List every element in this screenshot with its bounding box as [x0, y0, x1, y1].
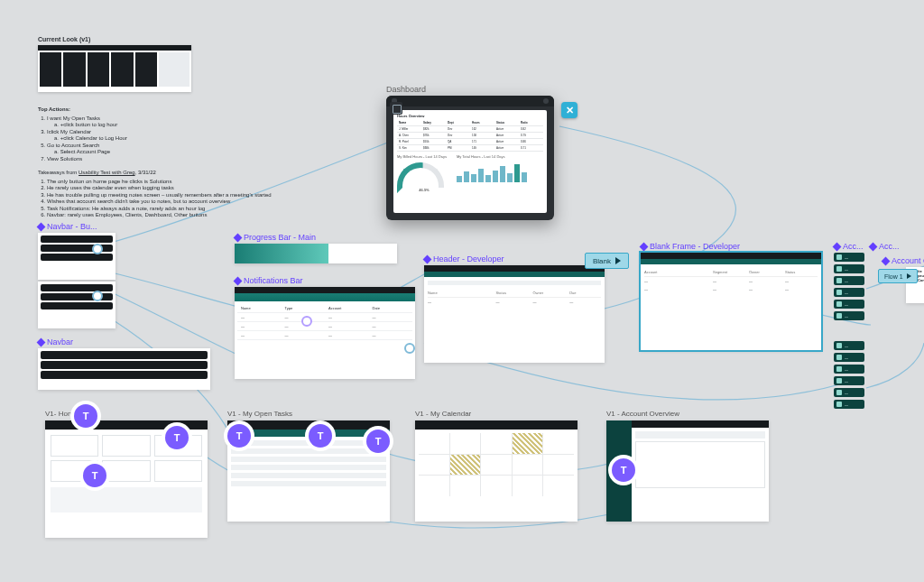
- top-actions-heading: Top Actions:: [38, 106, 236, 114]
- connection-node[interactable]: [404, 343, 415, 354]
- play-icon: [615, 257, 621, 264]
- blank-play-pill[interactable]: Blank: [585, 253, 629, 269]
- notifications-frame[interactable]: NameTypeAccountDate ———— ———— ————: [235, 287, 415, 379]
- design-canvas[interactable]: Current Look (v1) Top Actions: I want My…: [0, 0, 924, 582]
- frame-label-v1-acct[interactable]: V1 - Account Overview: [606, 410, 679, 418]
- frame-label-header-dev[interactable]: Header - Developer: [424, 254, 504, 263]
- current-look-thumbnail: [38, 45, 191, 92]
- frame-label-blank-dev[interactable]: Blank Frame - Developer: [641, 242, 740, 251]
- copy-icon[interactable]: [390, 102, 402, 115]
- frame-label-v1-tasks[interactable]: V1 - My Open Tasks: [227, 410, 292, 418]
- titlebar-dot-right: [543, 98, 549, 104]
- frame-label-navbar-bu[interactable]: Navbar - Bu...: [38, 222, 97, 231]
- v1-calendar-frame[interactable]: [415, 420, 578, 522]
- blank-frame-dev[interactable]: AccountSegmentOwnerStatus ———— ————: [641, 253, 821, 350]
- frame-label-navbar[interactable]: Navbar: [38, 337, 73, 346]
- avatar-badge[interactable]: T: [165, 426, 189, 449]
- dashboard-panel-title: Hours Overview: [397, 114, 543, 118]
- avatar-badge[interactable]: T: [74, 404, 97, 428]
- connection-node[interactable]: [92, 244, 103, 254]
- flow-play-pill[interactable]: Flow 1: [878, 269, 918, 283]
- dashboard-table: NameSalaryDept HoursStatusRatio J. Mille…: [397, 120, 543, 152]
- gauge-chart: [397, 162, 444, 188]
- avatar-badge[interactable]: T: [309, 424, 332, 448]
- navbar-frame[interactable]: [38, 348, 210, 390]
- progress-bar-frame[interactable]: [235, 244, 397, 263]
- avatar-badge[interactable]: T: [227, 424, 251, 448]
- takeaways-note: Takeaways from Usability Test with Greg,…: [38, 170, 363, 223]
- frame-label-v1-home[interactable]: V1- Hom: [45, 410, 74, 418]
- frame-label-acc1[interactable]: Acc...: [834, 242, 864, 251]
- bar-chart: [457, 162, 543, 182]
- close-button[interactable]: ✕: [561, 102, 578, 118]
- avatar-badge[interactable]: T: [366, 430, 390, 453]
- connection-node[interactable]: [301, 316, 312, 327]
- frame-label-acc2[interactable]: Acc...: [870, 242, 900, 251]
- navbar-bu-frame-2[interactable]: [38, 282, 116, 328]
- frame-label-dashboard[interactable]: Dashboard: [386, 85, 426, 94]
- connection-node[interactable]: [92, 291, 103, 301]
- current-look-note: Current Look (v1): [38, 36, 218, 92]
- calendar-grid: [419, 433, 574, 496]
- current-look-title: Current Look (v1): [38, 36, 218, 42]
- frame-label-progress[interactable]: Progress Bar - Main: [235, 233, 316, 242]
- play-icon: [907, 273, 911, 279]
- acc-stack-2[interactable]: — — — — — —: [834, 341, 864, 409]
- header-dev-frame[interactable]: NameStatusOwnerDue ————: [424, 265, 605, 363]
- avatar-badge[interactable]: T: [612, 458, 635, 482]
- frame-label-account-over[interactable]: Account Ove: [882, 256, 924, 265]
- dashboard-page: Hours Overview NameSalaryDept HoursStatu…: [393, 110, 547, 213]
- takeaways-heading: Takeaways from Usability Test with Greg,…: [38, 170, 363, 177]
- top-actions-note: Top Actions: I want My Open Tasks a. +cl…: [38, 106, 236, 166]
- frame-label-v1-cal[interactable]: V1 - My Calendar: [415, 410, 471, 418]
- avatar-badge[interactable]: T: [83, 464, 106, 487]
- dashboard-frame[interactable]: Hours Overview NameSalaryDept HoursStatu…: [386, 96, 554, 220]
- frame-label-notifications[interactable]: Notifications Bar: [235, 276, 303, 285]
- acc-stack-1[interactable]: — — — — — —: [834, 253, 864, 320]
- navbar-bu-frame[interactable]: [38, 233, 116, 280]
- dashboard-titlebar: [386, 96, 554, 106]
